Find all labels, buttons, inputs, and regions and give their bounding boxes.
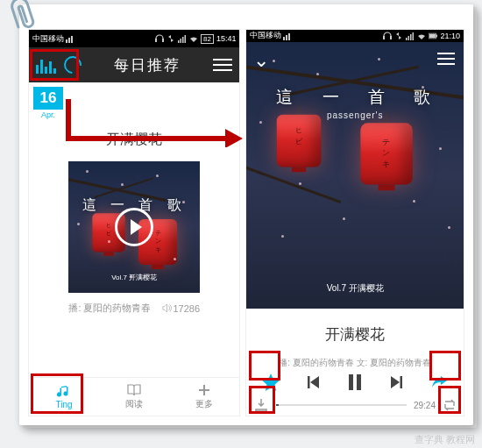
equalizer-icon[interactable] bbox=[36, 56, 62, 74]
svg-rect-11 bbox=[288, 33, 290, 40]
battery-icon bbox=[429, 32, 437, 40]
time-label: 15:41 bbox=[216, 34, 237, 43]
progress-row: 29:24 bbox=[246, 395, 464, 416]
book-icon bbox=[126, 383, 142, 397]
music-icon bbox=[56, 385, 72, 399]
hero-image: ヒビ テンキ ⌄ 這 一 首 歌 passenger's Vol.7 开满樱花 bbox=[246, 42, 464, 309]
tab-label: 阅读 bbox=[125, 398, 143, 410]
svg-rect-9 bbox=[283, 37, 285, 40]
loop-icon[interactable] bbox=[443, 399, 457, 411]
tab-label: 更多 bbox=[195, 398, 213, 410]
tab-bar: Ting 阅读 更多 bbox=[29, 377, 239, 416]
sound-icon bbox=[162, 303, 172, 313]
album-subtitle: Vol.7 开满樱花 bbox=[68, 273, 200, 282]
hero-caption: Vol.7 开满樱花 bbox=[246, 282, 464, 295]
svg-rect-21 bbox=[349, 374, 353, 390]
sync-icon bbox=[394, 32, 403, 40]
svg-rect-22 bbox=[357, 374, 361, 390]
track-meta: 播: 夏阳的药物青春 文: 夏阳的药物青春 bbox=[279, 357, 431, 369]
author-label: 播: 夏阳的药物青春 bbox=[68, 302, 151, 315]
player-controls bbox=[246, 369, 464, 395]
wifi-icon bbox=[417, 32, 426, 40]
tab-ting[interactable]: Ting bbox=[29, 378, 99, 416]
svg-rect-8 bbox=[185, 35, 187, 43]
watermark: 查字典 教程网 bbox=[415, 433, 475, 446]
headphone-icon bbox=[383, 32, 392, 40]
prev-button[interactable] bbox=[300, 369, 326, 395]
svg-rect-17 bbox=[413, 32, 415, 40]
nav-bar: 每日推荐 bbox=[29, 47, 239, 82]
share-button[interactable] bbox=[426, 369, 452, 395]
plays-count: 17286 bbox=[174, 303, 201, 314]
svg-rect-4 bbox=[162, 39, 164, 42]
duration-label: 29:24 bbox=[414, 401, 436, 410]
plus-icon bbox=[196, 383, 212, 397]
tab-read[interactable]: 阅读 bbox=[99, 378, 169, 416]
pause-button[interactable] bbox=[342, 369, 368, 395]
svg-rect-5 bbox=[178, 40, 180, 43]
svg-rect-13 bbox=[390, 36, 392, 39]
download-icon[interactable] bbox=[253, 397, 269, 413]
left-screenshot: 中国移动 82 15:41 每日推荐 16 Apr. bbox=[28, 29, 240, 416]
date-day: 16 bbox=[33, 87, 63, 110]
svg-rect-15 bbox=[408, 36, 410, 40]
date-month: Apr. bbox=[33, 110, 63, 120]
svg-rect-1 bbox=[68, 38, 70, 43]
battery-label: 82 bbox=[201, 34, 214, 44]
svg-rect-10 bbox=[286, 35, 287, 40]
favorite-button[interactable] bbox=[258, 369, 284, 395]
progress-bar[interactable] bbox=[276, 404, 407, 406]
play-button[interactable] bbox=[115, 208, 153, 246]
headphone-icon bbox=[155, 34, 164, 43]
track-title: 开满樱花 bbox=[325, 324, 385, 345]
tab-more[interactable]: 更多 bbox=[169, 378, 239, 416]
signal-icon bbox=[178, 34, 187, 43]
date-badge[interactable]: 16 Apr. bbox=[33, 87, 63, 120]
svg-rect-19 bbox=[429, 34, 436, 38]
right-screenshot: 中国移动 21:10 ヒビ テンキ ⌄ 這 一 首 bbox=[245, 29, 464, 416]
svg-rect-7 bbox=[182, 37, 184, 43]
signal-icon bbox=[406, 32, 415, 40]
wifi-icon bbox=[189, 34, 198, 43]
sync-icon bbox=[167, 34, 175, 43]
paperclip-icon bbox=[6, 0, 43, 37]
hero-subtitle: passenger's bbox=[246, 110, 464, 120]
status-bar: 中国移动 82 15:41 bbox=[29, 30, 239, 47]
hero-title: 這 一 首 歌 bbox=[246, 86, 464, 109]
tab-label: Ting bbox=[56, 400, 73, 409]
nav-title: 每日推荐 bbox=[82, 55, 213, 75]
track-title: 开满樱花 bbox=[106, 131, 162, 149]
svg-rect-2 bbox=[71, 36, 73, 43]
menu-icon[interactable] bbox=[213, 59, 232, 71]
time-label: 21:10 bbox=[440, 32, 460, 40]
album-art[interactable]: ヒビ テンキ 這 一 首 歌 Vol.7 开满樱花 bbox=[68, 161, 200, 293]
svg-rect-16 bbox=[410, 34, 412, 40]
next-button[interactable] bbox=[384, 369, 410, 395]
menu-icon[interactable] bbox=[437, 53, 455, 65]
back-chevron-icon[interactable]: ⌄ bbox=[253, 49, 269, 72]
carrier-label: 中国移动 bbox=[250, 30, 281, 41]
svg-rect-12 bbox=[383, 36, 385, 39]
svg-rect-14 bbox=[406, 38, 408, 40]
svg-rect-0 bbox=[66, 39, 67, 43]
svg-rect-20 bbox=[436, 34, 437, 37]
status-bar: 中国移动 21:10 bbox=[246, 30, 464, 42]
svg-rect-6 bbox=[181, 39, 182, 43]
svg-rect-3 bbox=[155, 39, 157, 42]
